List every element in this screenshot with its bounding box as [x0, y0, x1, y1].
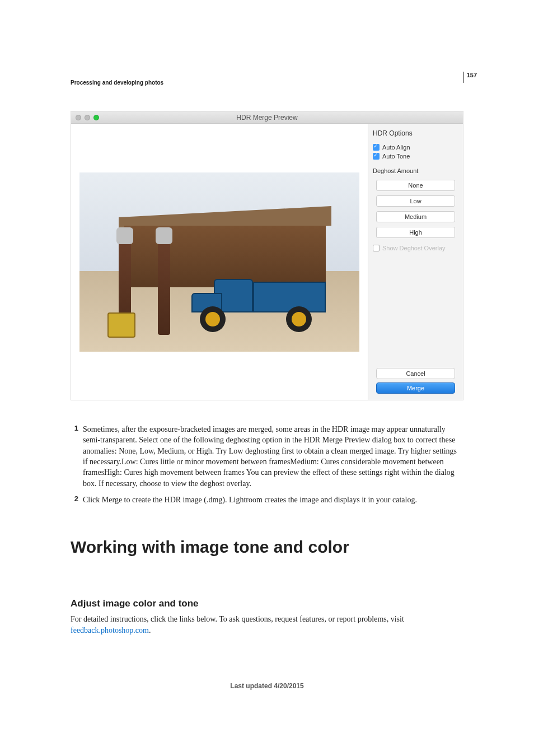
checkbox-checked-icon: [373, 153, 380, 160]
footer-updated: Last updated 4/20/2015: [0, 682, 534, 690]
deghost-medium-button[interactable]: Medium: [376, 211, 455, 222]
step-text: Click Merge to create the HDR image (.dm…: [83, 494, 463, 505]
step-number: 2: [71, 494, 83, 505]
intro-paragraph: For detailed instructions, click the lin…: [71, 614, 463, 636]
preview-image: [79, 172, 359, 352]
cancel-button[interactable]: Cancel: [376, 368, 455, 379]
preview-area: [71, 124, 368, 400]
merge-button[interactable]: Merge: [376, 382, 455, 394]
step-number: 1: [71, 424, 83, 489]
intro-text: For detailed instructions, click the lin…: [71, 615, 404, 623]
subsection-heading: Adjust image color and tone: [71, 598, 463, 609]
step-text: Sometimes, after the exposure-bracketed …: [83, 424, 463, 489]
dialog-titlebar: HDR Merge Preview: [71, 111, 463, 124]
checkbox-checked-icon: [373, 144, 380, 151]
step-1: 1 Sometimes, after the exposure-brackete…: [71, 424, 463, 489]
intro-end: .: [149, 626, 151, 634]
deghost-high-button[interactable]: High: [376, 227, 455, 238]
step-2: 2 Click Merge to create the HDR image (.…: [71, 494, 463, 505]
show-overlay-label: Show Deghost Overlay: [382, 245, 446, 251]
auto-align-label: Auto Align: [382, 144, 410, 151]
auto-tone-checkbox[interactable]: Auto Tone: [373, 153, 458, 160]
dialog-title: HDR Merge Preview: [71, 114, 463, 122]
panel-heading: HDR Options: [373, 129, 458, 137]
deghost-amount-label: Deghost Amount: [373, 167, 458, 174]
page-number: 157: [463, 72, 477, 83]
section-heading: Working with image tone and color: [71, 538, 463, 557]
auto-align-checkbox[interactable]: Auto Align: [373, 144, 458, 151]
hdr-merge-dialog: HDR Merge Preview: [71, 111, 463, 400]
auto-tone-label: Auto Tone: [382, 153, 410, 160]
running-header: Processing and developing photos: [71, 80, 163, 86]
deghost-low-button[interactable]: Low: [376, 195, 455, 207]
feedback-link[interactable]: feedback.photoshop.com: [71, 626, 149, 634]
deghost-none-button[interactable]: None: [376, 180, 455, 191]
hdr-options-panel: HDR Options Auto Align Auto Tone Deghost…: [368, 124, 463, 400]
show-deghost-overlay-checkbox: Show Deghost Overlay: [373, 245, 458, 251]
checkbox-unchecked-icon: [373, 245, 380, 251]
